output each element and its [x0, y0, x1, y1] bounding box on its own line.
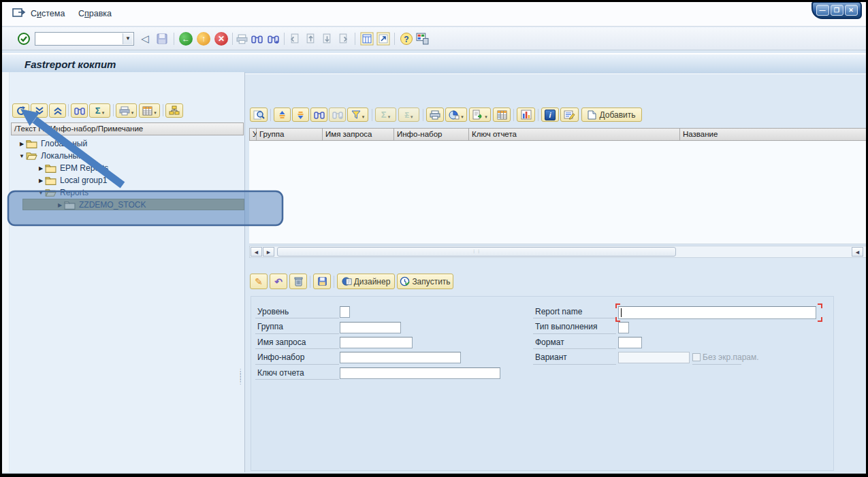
next-page-icon[interactable] — [322, 31, 332, 46]
field-label-level: Уровень — [257, 307, 289, 316]
report-key-field[interactable] — [340, 367, 500, 379]
command-input[interactable] — [36, 33, 123, 44]
text-cursor — [621, 308, 622, 317]
tree-node-local[interactable]: ▼ Локальный — [11, 150, 244, 162]
collapse-command-icon[interactable]: ◁ — [141, 31, 149, 46]
tree-sum-icon[interactable]: Σ▾ — [89, 103, 110, 118]
filter-icon[interactable]: ▾ — [347, 108, 368, 122]
change-layout-icon[interactable] — [560, 108, 579, 122]
cancel-icon[interactable]: ✕ — [214, 31, 228, 46]
tree-node-reports[interactable]: ▼ Reports — [11, 186, 244, 199]
find-next-icon[interactable] — [268, 31, 279, 46]
no-screen-params-checkbox[interactable] — [692, 353, 701, 361]
prev-page-icon[interactable] — [306, 31, 316, 46]
variant-field[interactable] — [618, 352, 690, 363]
column-header-u[interactable]: У — [249, 128, 257, 141]
designer-button[interactable]: Дизайнер — [337, 274, 395, 289]
checkbox-label: Без экр.парам. — [703, 352, 759, 362]
field-label-query-name: Имя запроса — [257, 338, 306, 347]
find-icon[interactable] — [251, 31, 263, 46]
tree-node-local-group1[interactable]: ▶ Local group1 — [11, 174, 244, 186]
chevron-right-icon[interactable]: ▶ — [37, 178, 45, 184]
screen-menu-icon[interactable] — [12, 7, 26, 22]
close-button[interactable]: ✕ — [845, 5, 858, 16]
report-name-field[interactable] — [618, 306, 816, 319]
field-label-report-key: Ключ отчета — [257, 368, 304, 378]
column-header-title[interactable]: Название — [680, 128, 866, 141]
print-icon[interactable] — [236, 31, 248, 46]
menu-help[interactable]: Справка — [78, 9, 112, 18]
tree-node-zzdemo-stock[interactable]: ▶ ZZDEMO_STOCK — [11, 199, 244, 211]
group-field[interactable] — [340, 322, 401, 333]
splitter-grip[interactable]: ⋮⋮⋮⋮⋮ — [238, 370, 243, 384]
scrollbar-thumb[interactable]: ⋮⋮ — [277, 247, 676, 257]
run-type-field[interactable] — [618, 322, 629, 333]
first-page-icon[interactable] — [289, 31, 300, 46]
grid-find-next-icon[interactable] — [329, 108, 346, 122]
help-icon[interactable]: ? — [400, 31, 413, 46]
field-label-group: Группа — [257, 322, 283, 331]
details-icon[interactable] — [250, 108, 268, 122]
info-icon[interactable]: i — [541, 108, 559, 122]
chevron-right-icon[interactable]: ▶ — [37, 165, 45, 171]
infoset-field[interactable] — [340, 352, 461, 363]
refresh-icon[interactable] — [12, 103, 29, 118]
export-icon[interactable]: ▾ — [469, 108, 491, 122]
views-icon[interactable]: ▾ — [445, 108, 467, 122]
undo-icon[interactable]: ↶ — [270, 274, 287, 289]
grid-layout-icon[interactable] — [493, 108, 511, 122]
menu-system[interactable]: Система — [31, 9, 65, 18]
new-session-icon[interactable] — [360, 31, 374, 46]
column-header-infoset[interactable]: Инфо-набор — [394, 128, 469, 141]
chevron-right-icon[interactable]: ▶ — [18, 141, 26, 147]
command-field[interactable]: ▼ — [35, 32, 134, 46]
customize-layout-icon[interactable] — [416, 31, 429, 46]
hierarchy-icon[interactable] — [165, 103, 183, 118]
edit-icon[interactable]: ✎ — [250, 274, 268, 289]
chevron-down-icon[interactable]: ▼ — [37, 190, 45, 196]
grid-column-headers: У Группа Имя запроса Инфо-набор Ключ отч… — [249, 128, 866, 141]
save-icon[interactable] — [156, 31, 168, 46]
sort-ascending-icon[interactable] — [274, 108, 291, 122]
query-name-field[interactable] — [340, 337, 413, 348]
grid-print-icon[interactable] — [426, 108, 444, 122]
back-icon[interactable]: ← — [179, 31, 193, 46]
delete-icon[interactable] — [289, 274, 307, 289]
horizontal-scrollbar[interactable]: ◀ ▶ ⋮⋮ ◀ — [249, 246, 866, 258]
scroll-far-right-icon[interactable]: ◀ — [852, 247, 863, 257]
subtotal-icon[interactable]: Σ▾ — [398, 108, 419, 122]
exit-icon[interactable]: ↑ — [197, 31, 210, 46]
restore-button[interactable]: ❐ — [831, 5, 843, 16]
minimize-button[interactable]: — — [816, 5, 829, 16]
format-field[interactable] — [618, 337, 642, 348]
expand-all-icon[interactable] — [31, 103, 48, 118]
tree-print-icon[interactable]: ▾ — [116, 103, 137, 118]
chevron-down-icon[interactable]: ▼ — [18, 153, 26, 159]
level-field[interactable] — [340, 306, 350, 318]
command-dropdown-icon[interactable]: ▼ — [123, 33, 133, 44]
create-shortcut-icon[interactable] — [376, 31, 390, 46]
focus-bracket — [615, 317, 620, 322]
scroll-right-icon[interactable]: ▶ — [263, 247, 274, 257]
tree-layout-icon[interactable]: ▾ — [139, 103, 160, 118]
scroll-left-icon[interactable]: ◀ — [251, 247, 262, 257]
chevron-right-icon[interactable]: ▶ — [56, 202, 64, 208]
enter-icon[interactable] — [17, 31, 31, 46]
grid-body[interactable] — [249, 141, 866, 244]
menu-bar: Система Справка — ❐ ✕ — [2, 2, 866, 27]
chart-icon[interactable] — [517, 108, 535, 122]
grid-find-icon[interactable] — [310, 108, 327, 122]
add-button[interactable]: Добавить — [581, 108, 642, 122]
tree-node-epm-reports[interactable]: ▶ EPM Reports — [11, 162, 244, 174]
sum-icon[interactable]: Σ▾ — [375, 108, 396, 122]
form-save-icon[interactable] — [313, 274, 331, 289]
run-button[interactable]: Запустить — [397, 274, 453, 289]
column-header-query-name[interactable]: Имя запроса — [323, 128, 394, 141]
sort-descending-icon[interactable] — [292, 108, 309, 122]
tree-node-global[interactable]: ▶ Глобальный — [11, 137, 244, 150]
collapse-all-icon[interactable] — [49, 103, 66, 118]
column-header-report-key[interactable]: Ключ отчета — [469, 128, 680, 141]
tree-find-icon[interactable] — [71, 103, 88, 118]
last-page-icon[interactable] — [338, 31, 349, 46]
column-header-group[interactable]: Группа — [257, 128, 323, 141]
